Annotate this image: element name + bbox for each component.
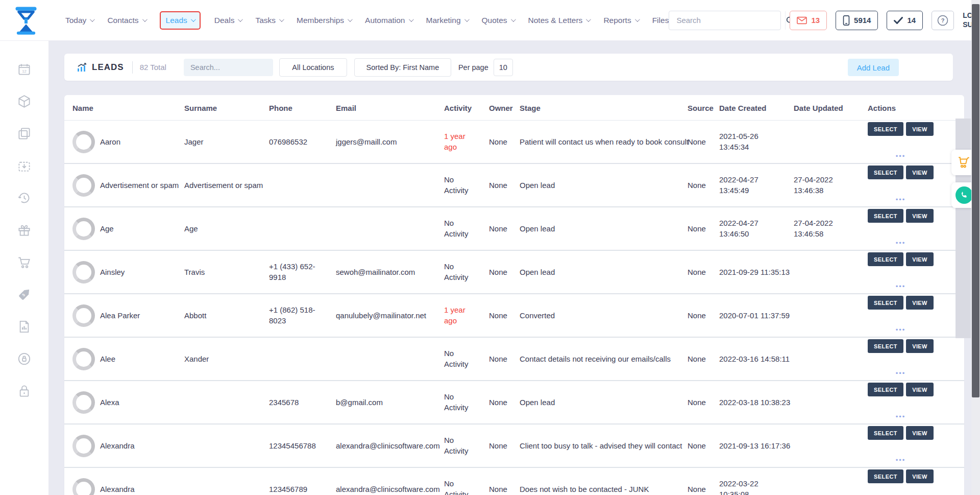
- mobile-phone-icon: [843, 15, 850, 26]
- lead-date-created: 2022-04-27 13:45:49: [719, 174, 794, 197]
- lead-stage: Client too busy to talk - advised they w…: [520, 440, 691, 452]
- avatar: [72, 174, 95, 197]
- lead-actions: SELECT VIEW •••: [868, 458, 960, 495]
- lead-source: None: [688, 223, 717, 234]
- nav-leads[interactable]: Leads: [160, 11, 201, 30]
- leads-search-input[interactable]: [184, 63, 292, 72]
- chevron-down-icon: [408, 17, 413, 22]
- lock-icon[interactable]: [17, 384, 31, 398]
- lead-source: None: [688, 440, 717, 452]
- view-button[interactable]: VIEW: [906, 426, 934, 440]
- lead-owner: None: [489, 484, 519, 495]
- lead-source: None: [688, 353, 717, 365]
- location-filter[interactable]: All Locations: [279, 58, 347, 77]
- booking-calendar-icon[interactable]: [17, 159, 31, 173]
- nav-today[interactable]: Today: [65, 16, 93, 25]
- messages-count: 13: [811, 16, 820, 25]
- lead-activity: No Activity: [444, 478, 478, 495]
- view-button[interactable]: VIEW: [906, 252, 934, 266]
- chevron-down-icon: [464, 17, 470, 22]
- col-owner: Owner: [489, 103, 519, 112]
- col-stage: Stage: [520, 103, 691, 112]
- nav-label: Leads: [166, 16, 187, 25]
- tasks-badge[interactable]: 14: [887, 11, 923, 30]
- view-button[interactable]: VIEW: [906, 383, 934, 396]
- lead-activity: No Activity: [444, 348, 478, 370]
- copy-icon[interactable]: [17, 127, 31, 140]
- messages-badge[interactable]: 13: [790, 11, 827, 30]
- select-button[interactable]: SELECT: [868, 209, 903, 223]
- main-nav: Today Contacts Leads Deals Tasks Members…: [65, 11, 669, 30]
- select-button[interactable]: SELECT: [868, 252, 903, 266]
- nav-files[interactable]: Files: [652, 16, 669, 25]
- view-button[interactable]: VIEW: [906, 122, 934, 136]
- nav-notes-letters[interactable]: Notes & Letters: [528, 16, 590, 25]
- cart-icon[interactable]: [17, 255, 31, 269]
- lead-row: Aaron Jager 076986532 jggers@maill.com 1…: [64, 121, 964, 164]
- history-icon[interactable]: [17, 191, 31, 205]
- view-button[interactable]: VIEW: [906, 296, 934, 310]
- nav-label: Today: [65, 16, 86, 25]
- scrollbar-track[interactable]: [971, 0, 980, 495]
- view-button[interactable]: VIEW: [906, 209, 934, 223]
- select-button[interactable]: SELECT: [868, 469, 903, 483]
- clinic-logo-icon[interactable]: [11, 6, 41, 35]
- calls-badge[interactable]: 5914: [836, 11, 878, 30]
- nav-label: Memberships: [297, 16, 344, 25]
- action-buttons: SELECT VIEW: [868, 209, 960, 223]
- lead-name: Alexandra: [100, 440, 182, 452]
- select-button[interactable]: SELECT: [868, 166, 903, 179]
- lead-source: None: [688, 136, 717, 148]
- select-button[interactable]: SELECT: [868, 339, 903, 353]
- lead-owner: None: [489, 180, 519, 191]
- col-email: Email: [336, 103, 443, 112]
- calendar-icon[interactable]: 12: [17, 62, 31, 76]
- scrollbar-thumb[interactable]: [972, 4, 979, 397]
- lead-name: Alexandra: [100, 484, 182, 495]
- nav-label: Reports: [603, 16, 631, 25]
- lead-owner: None: [489, 136, 519, 148]
- chevron-down-icon: [238, 17, 243, 22]
- svg-text:12: 12: [22, 69, 27, 74]
- add-lead-button[interactable]: Add Lead: [848, 59, 899, 76]
- select-button[interactable]: SELECT: [868, 426, 903, 440]
- lead-date-created: 2022-04-27 13:46:50: [719, 218, 794, 240]
- price-tag-icon[interactable]: $: [17, 288, 31, 301]
- nav-marketing[interactable]: Marketing: [426, 16, 468, 25]
- select-button[interactable]: SELECT: [868, 296, 903, 310]
- global-search-input[interactable]: [669, 16, 785, 25]
- select-button[interactable]: SELECT: [868, 122, 903, 136]
- question-icon: ?: [937, 15, 948, 26]
- per-page-value: 10: [499, 63, 507, 72]
- lead-owner: None: [489, 223, 519, 234]
- phone-icon: [955, 186, 973, 204]
- view-button[interactable]: VIEW: [906, 166, 934, 179]
- nav-quotes[interactable]: Quotes: [482, 16, 514, 25]
- nav-label: Automation: [365, 16, 405, 25]
- per-page-select[interactable]: 10: [494, 59, 513, 76]
- nav-contacts[interactable]: Contacts: [107, 16, 145, 25]
- avatar: [72, 131, 95, 153]
- global-search: [669, 11, 781, 30]
- lead-phone: 123456789: [269, 484, 325, 495]
- gift-icon[interactable]: [17, 223, 31, 237]
- lead-row: Alexa 2345678 b@gmail.com No Activity No…: [64, 381, 964, 425]
- package-icon[interactable]: [17, 95, 31, 108]
- nav-label: Files: [652, 16, 669, 25]
- sort-filter-value: Sorted By: First Name: [366, 63, 439, 72]
- nav-automation[interactable]: Automation: [365, 16, 412, 25]
- nav-memberships[interactable]: Memberships: [297, 16, 351, 25]
- help-button[interactable]: ?: [932, 11, 954, 30]
- lead-activity: No Activity: [444, 174, 478, 197]
- report-icon[interactable]: [17, 320, 31, 334]
- nav-tasks[interactable]: Tasks: [255, 16, 283, 25]
- nav-label: Tasks: [255, 16, 276, 25]
- account-lock-icon[interactable]: [17, 352, 31, 366]
- chevron-down-icon: [586, 17, 591, 22]
- nav-reports[interactable]: Reports: [603, 16, 638, 25]
- nav-deals[interactable]: Deals: [214, 16, 242, 25]
- select-button[interactable]: SELECT: [868, 383, 903, 396]
- sort-filter[interactable]: Sorted By: First Name: [354, 58, 451, 77]
- view-button[interactable]: VIEW: [906, 339, 934, 353]
- view-button[interactable]: VIEW: [906, 469, 934, 483]
